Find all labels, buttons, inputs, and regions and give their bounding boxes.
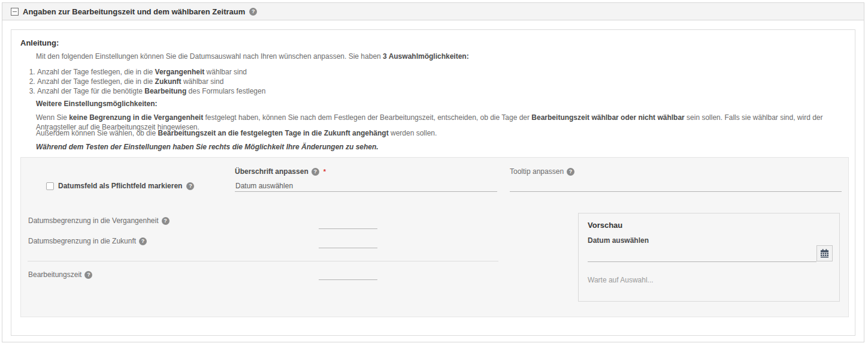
settings-form-area: Datumsfeld als Pflichtfeld markieren ? Ü… [20,157,849,317]
processing-time-input[interactable] [319,269,377,280]
text-segment: keine Begrenzung in die Vergangenheit [69,113,203,122]
preview-panel: Vorschau Datum auswählen [578,213,840,302]
instructions-paragraph-2: Außerdem können Sie wählen, ob die Bearb… [36,128,842,138]
future-limit-label: Datumsbegrenzung in die Zukunft [28,237,136,245]
future-limit-input[interactable] [319,237,377,248]
section-frame: Angaben zur Bearbeitungszeit und dem wäh… [2,2,864,342]
instructions-intro: Mit den folgenden Einstellungen können S… [36,52,842,61]
collapse-icon[interactable] [11,8,19,16]
tooltip-field-label-row: Tooltip anpassen ? [510,167,574,176]
help-icon[interactable]: ? [567,168,574,176]
text-segment: Bearbeitungszeit an die festgelegten Tag… [158,129,388,137]
text-segment: wählbar sind [204,68,247,76]
text-segment: Vergangenheit [155,68,205,76]
instructions-list: Anzahl der Tage festlegen, die in die Ve… [28,67,265,96]
text-segment: Außerdem können Sie wählen, ob die [36,129,158,137]
help-icon[interactable]: ? [139,237,147,245]
divider [28,261,498,261]
heading-input[interactable] [235,180,497,192]
instructions-note: Während dem Testen der Einstellungen hab… [36,143,379,151]
instructions-heading: Anleitung: [20,38,59,47]
help-icon[interactable]: ? [186,182,194,190]
calendar-icon [820,249,829,258]
processing-time-label: Bearbeitungszeit [28,270,81,279]
required-marker: * [323,168,326,175]
tooltip-field-label: Tooltip anpassen [510,167,564,176]
text-segment: festgelegt haben, können Sie nach dem Fe… [203,113,531,122]
help-icon[interactable]: ? [162,217,170,225]
text-segment: Mit den folgenden Einstellungen können S… [36,52,383,61]
text-segment: wählbar sind [182,77,224,86]
processing-time-label-row: Bearbeitungszeit ? [28,270,92,279]
required-checkbox-row: Datumsfeld als Pflichtfeld markieren ? [46,182,194,190]
section-title: Angaben zur Bearbeitungszeit und dem wäh… [23,7,245,16]
help-icon[interactable]: ? [311,168,319,176]
text-segment: Anzahl der Tage für die benötigte [37,87,144,95]
section-header[interactable]: Angaben zur Bearbeitungszeit und dem wäh… [2,3,864,20]
list-item: Anzahl der Tage für die benötigte Bearbe… [37,86,265,96]
past-limit-input[interactable] [319,218,377,229]
calendar-button[interactable] [816,245,833,261]
preview-status-text: Warte auf Auswahl... [588,276,654,284]
text-segment: Anzahl der Tage festlegen, die in die [37,68,155,76]
help-icon[interactable]: ? [249,8,257,16]
text-segment: 3 Auswahlmöglichkeiten: [383,52,469,61]
tooltip-input[interactable] [510,180,842,192]
text-segment: Bearbeitungszeit wählbar oder nicht wähl… [531,113,684,122]
list-item: Anzahl der Tage festlegen, die in die Zu… [37,77,265,86]
past-limit-label: Datumsbegrenzung in die Vergangenheit [28,216,159,225]
preview-title: Vorschau [588,221,622,230]
text-segment: des Formulars festlegen [186,87,265,95]
preview-date-input[interactable] [588,251,816,262]
help-icon[interactable]: ? [84,271,92,279]
future-limit-label-row: Datumsbegrenzung in die Zukunft ? [28,237,147,245]
page: Angaben zur Bearbeitungszeit und dem wäh… [0,0,868,349]
preview-date-label: Datum auswählen [588,236,649,245]
text-segment: Anzahl der Tage festlegen, die in die [37,77,155,86]
content-panel: Anleitung: Mit den folgenden Einstellung… [11,29,855,336]
required-field-checkbox[interactable] [46,182,54,190]
text-segment: Wenn Sie [36,113,69,122]
text-segment: Bearbeitung [144,87,186,95]
heading-field-label: Überschrift anpassen [235,167,309,176]
text-segment: werden sollen. [389,129,437,137]
past-limit-label-row: Datumsbegrenzung in die Vergangenheit ? [28,216,170,225]
text-segment: Zukunft [155,77,182,86]
required-checkbox-label: Datumsfeld als Pflichtfeld markieren [58,182,182,190]
more-settings-heading: Weitere Einstellungsmöglichkeiten: [36,100,158,108]
list-item: Anzahl der Tage festlegen, die in die Ve… [37,67,265,77]
heading-field-label-row: Überschrift anpassen ? * [235,167,326,176]
